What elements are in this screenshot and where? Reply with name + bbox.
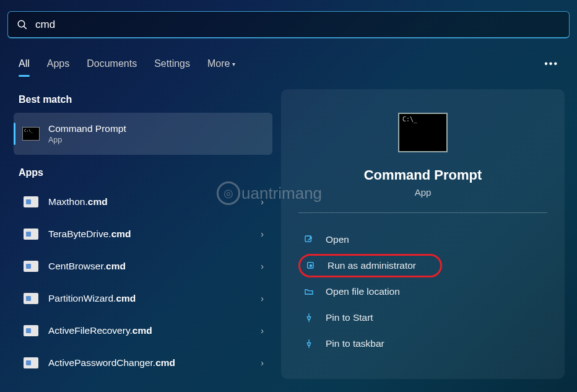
action-label: Run as administrator: [328, 260, 416, 271]
chevron-right-icon: ›: [261, 294, 264, 303]
best-match-heading: Best match: [14, 89, 272, 113]
result-title: ActiveFileRecovery.cmd: [48, 325, 252, 336]
command-prompt-icon: [398, 113, 448, 152]
action-open-file-location[interactable]: Open file location: [298, 280, 547, 303]
app-file-icon: [22, 291, 40, 306]
result-best-match[interactable]: Command Prompt App: [14, 113, 272, 155]
chevron-right-icon: ›: [261, 229, 264, 239]
app-file-icon: [22, 227, 40, 242]
search-input[interactable]: [35, 19, 560, 31]
command-prompt-icon: [22, 126, 40, 141]
result-title: Maxthon.cmd: [48, 196, 252, 207]
open-icon: [303, 234, 315, 245]
action-label: Pin to Start: [326, 312, 373, 323]
list-item[interactable]: ActivePasswordChanger.cmd ›: [14, 347, 272, 379]
apps-heading: Apps: [14, 162, 272, 186]
search-bar[interactable]: [7, 11, 570, 38]
svg-line-1: [24, 26, 27, 28]
filter-tabs: All Apps Documents Settings More ▾ •••: [7, 51, 570, 77]
result-title: CentBrowser.cmd: [48, 261, 252, 272]
result-title: ActivePasswordChanger.cmd: [48, 357, 252, 368]
app-file-icon: [22, 194, 40, 209]
chevron-right-icon: ›: [261, 261, 264, 271]
app-file-icon: [22, 355, 40, 370]
list-item[interactable]: PartitionWizard.cmd ›: [14, 282, 272, 315]
action-label: Open file location: [326, 286, 400, 297]
result-title: PartitionWizard.cmd: [48, 293, 252, 304]
action-label: Open: [326, 234, 349, 245]
chevron-right-icon: ›: [261, 326, 264, 336]
tab-more-label: More: [207, 58, 230, 69]
shield-icon: [305, 260, 316, 271]
action-label: Pin to taskbar: [326, 338, 384, 349]
folder-icon: [303, 286, 315, 297]
tab-all[interactable]: All: [19, 58, 30, 69]
pin-icon: [303, 312, 315, 323]
pin-icon: [303, 338, 315, 349]
options-menu-button[interactable]: •••: [544, 58, 558, 69]
tab-settings[interactable]: Settings: [154, 58, 190, 69]
tab-more[interactable]: More ▾: [207, 58, 235, 69]
app-file-icon: [22, 259, 40, 274]
preview-title: Command Prompt: [296, 167, 550, 183]
action-run-as-admin[interactable]: Run as administrator: [298, 254, 442, 277]
divider: [298, 212, 547, 213]
list-item[interactable]: Maxthon.cmd ›: [14, 186, 272, 218]
result-title: TeraByteDrive.cmd: [48, 229, 252, 240]
svg-point-0: [18, 20, 25, 27]
list-item[interactable]: TeraByteDrive.cmd ›: [14, 218, 272, 250]
action-pin-to-start[interactable]: Pin to Start: [298, 306, 547, 329]
preview-pane: Command Prompt App Open Run as administr…: [281, 89, 565, 379]
preview-subtitle: App: [296, 187, 550, 198]
results-column: Best match Command Prompt App Apps Maxth…: [14, 89, 272, 379]
chevron-right-icon: ›: [261, 197, 264, 207]
list-item[interactable]: CentBrowser.cmd ›: [14, 250, 272, 282]
search-icon: [17, 19, 28, 30]
result-subtitle: App: [48, 136, 264, 144]
tab-apps[interactable]: Apps: [47, 58, 69, 69]
chevron-right-icon: ›: [261, 358, 264, 368]
result-title: Command Prompt: [48, 123, 264, 134]
list-item[interactable]: ActiveFileRecovery.cmd ›: [14, 315, 272, 347]
app-file-icon: [22, 323, 40, 338]
action-open[interactable]: Open: [298, 228, 547, 251]
chevron-down-icon: ▾: [232, 61, 235, 68]
tab-documents[interactable]: Documents: [87, 58, 137, 69]
action-pin-to-taskbar[interactable]: Pin to taskbar: [298, 332, 547, 355]
